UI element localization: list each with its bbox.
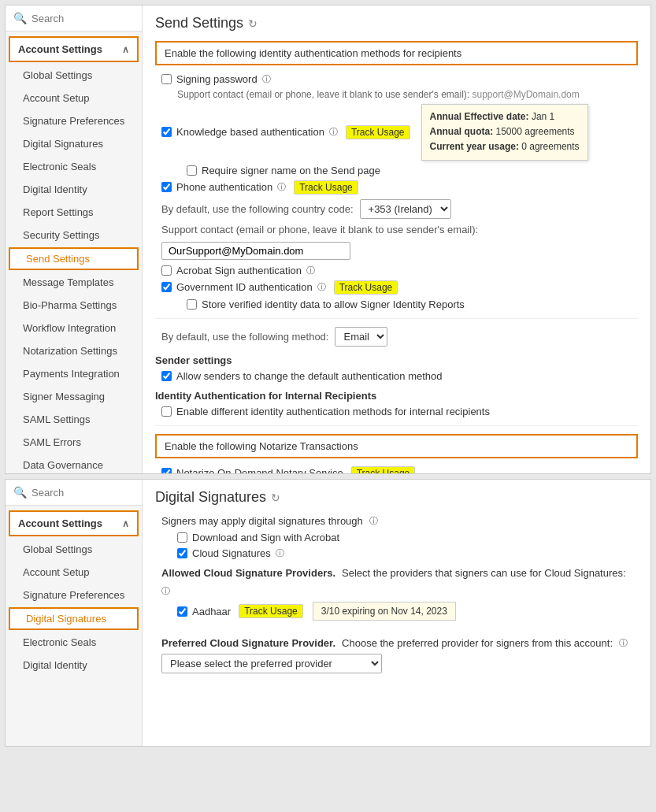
store-verified-identity-row: Store verified identity data to allow Si… [187,298,638,310]
aadhaar-row: Aadhaar Track Usage 3/10 expiring on Nov… [177,602,638,621]
phone-auth-help-icon[interactable]: ⓘ [277,181,286,193]
sidebar-bottom-item-signature-preferences[interactable]: Signature Preferences [6,584,142,606]
allow-senders-checkbox[interactable] [161,371,172,381]
sidebar-item-message-templates[interactable]: Message Templates [6,271,142,294]
enable-internal-auth-checkbox[interactable] [161,406,172,417]
sidebar-item-payments-integration[interactable]: Payments Integration [6,362,142,385]
cloud-signatures-checkbox[interactable] [177,548,187,558]
kba-row: Knowledge based authentication ⓘ Track U… [161,104,638,161]
sidebar-item-send-settings[interactable]: Send Settings [9,247,139,270]
preferred-provider-select[interactable]: Please select the preferred provider [161,654,382,673]
support-contact-row1: Support contact (email or phone, leave i… [177,89,638,100]
sidebar-top: 🔍 Account Settings ∧ Global Settings Acc… [6,6,143,473]
sidebar-item-saml-errors[interactable]: SAML Errors [6,431,142,454]
support-contact-row2: Support contact (email or phone, leave i… [161,224,638,260]
signers-help-icon[interactable]: ⓘ [369,515,378,527]
sidebar-bottom-item-digital-identity[interactable]: Digital Identity [6,654,142,677]
store-verified-identity-checkbox[interactable] [187,299,197,310]
sidebar-item-account-setup[interactable]: Account Setup [6,87,142,109]
refresh-icon[interactable]: ↻ [248,17,258,30]
sidebar-item-workflow-integration[interactable]: Workflow Integration [6,317,142,339]
chevron-up-icon-bottom: ∧ [122,518,129,529]
require-signer-name-checkbox[interactable] [187,165,197,176]
refresh-icon-bottom[interactable]: ↻ [271,491,280,504]
sidebar-item-data-governance[interactable]: Data Governance [6,454,142,476]
require-signer-name-row: Require signer name on the Send page [187,165,638,176]
allowed-providers-row: Allowed Cloud Signature Providers. Selec… [161,567,638,597]
phone-auth-checkbox[interactable] [161,182,172,192]
preferred-provider-row: Preferred Cloud Signature Provider. Choo… [161,637,638,649]
kba-tooltip-popup: Annual Effective date: Jan 1 Annual quot… [421,104,588,161]
phone-track-usage-button[interactable]: Track Usage [294,180,358,195]
sidebar-item-digital-identity[interactable]: Digital Identity [6,178,142,201]
notarize-section-header: Enable the following Notarize Transactio… [155,434,638,458]
aadhaar-checkbox[interactable] [177,606,187,617]
country-code-select[interactable]: +353 (Ireland) [360,199,451,219]
enable-internal-auth-row: Enable different identity authentication… [161,406,638,417]
identity-section-header: Enable the following identity authentica… [155,41,638,65]
account-settings-label-bottom: Account Settings [18,517,102,529]
support-contact-input[interactable] [161,242,350,260]
search-bar-top[interactable]: 🔍 [6,6,142,32]
govt-id-help-icon[interactable]: ⓘ [317,281,326,293]
govt-id-track-usage-button[interactable]: Track Usage [334,280,398,295]
notarize-on-demand-row: Notarize On-Demand Notary Service Track … [161,466,638,473]
cloud-signatures-row: Cloud Signatures ⓘ [177,547,638,559]
govt-id-checkbox[interactable] [161,282,172,292]
acrobat-sign-auth-row: Acrobat Sign authentication ⓘ [161,265,638,276]
preferred-provider-help-icon[interactable]: ⓘ [619,637,628,649]
page-title-send-settings: Send Settings ↻ [155,15,638,32]
phone-auth-row: Phone authentication ⓘ Track Usage [161,180,638,195]
sidebar-item-security-settings[interactable]: Security Settings [6,224,142,247]
signers-may-apply-row: Signers may apply digital signatures thr… [161,515,638,527]
sidebar-item-electronic-seals[interactable]: Electronic Seals [6,155,142,178]
search-input-top[interactable] [32,13,134,24]
sidebar-item-digital-signatures[interactable]: Digital Signatures [6,132,142,155]
sidebar-item-signer-messaging[interactable]: Signer Messaging [6,385,142,408]
notarize-on-demand-track-usage-button[interactable]: Track Usage [351,466,416,473]
internal-recipients-label: Identity Authentication for Internal Rec… [155,390,638,402]
sidebar-item-report-settings[interactable]: Report Settings [6,201,142,224]
signing-password-row: Signing password ⓘ [161,73,638,85]
page-title-digital-signatures: Digital Signatures ↻ [155,489,638,506]
default-method-select[interactable]: Email [335,327,387,347]
sidebar-item-signature-preferences[interactable]: Signature Preferences [6,109,142,132]
kba-help-icon[interactable]: ⓘ [329,126,338,138]
cloud-signatures-help-icon[interactable]: ⓘ [276,547,284,559]
signing-password-help-icon[interactable]: ⓘ [262,73,271,85]
signing-password-checkbox[interactable] [161,74,172,84]
govt-id-row: Government ID authentication ⓘ Track Usa… [161,280,638,295]
aadhaar-tooltip-popup: 3/10 expiring on Nov 14, 2023 [313,602,456,621]
sidebar-item-saml-settings[interactable]: SAML Settings [6,408,142,431]
download-sign-acrobat-row: Download and Sign with Acrobat [177,532,638,543]
account-settings-header-bottom[interactable]: Account Settings ∧ [9,510,139,536]
acrobat-sign-help-icon[interactable]: ⓘ [306,265,315,276]
allow-senders-row: Allow senders to change the default auth… [161,370,638,382]
sidebar-item-bio-pharma[interactable]: Bio-Pharma Settings [6,294,142,317]
sender-settings-label: Sender settings [155,354,638,366]
chevron-up-icon: ∧ [122,44,129,55]
sidebar-item-global-settings[interactable]: Global Settings [6,64,142,87]
sidebar-bottom: 🔍 Account Settings ∧ Global Settings Acc… [6,480,143,746]
main-send-settings: Send Settings ↻ Enable the following ide… [143,6,650,473]
kba-track-usage-button[interactable]: Track Usage [346,125,410,139]
search-icon-bottom: 🔍 [13,486,27,499]
search-icon: 🔍 [13,12,27,24]
sidebar-bottom-item-digital-signatures[interactable]: Digital Signatures [9,607,139,630]
default-method-row: By default, use the following method: Em… [161,327,638,347]
notarize-on-demand-checkbox[interactable] [161,468,172,473]
sidebar-bottom-item-electronic-seals[interactable]: Electronic Seals [6,631,142,654]
account-settings-header[interactable]: Account Settings ∧ [9,36,139,62]
search-input-bottom[interactable] [32,487,134,499]
account-settings-label: Account Settings [18,43,102,55]
country-code-row: By default, use the following country co… [161,199,638,219]
sidebar-bottom-item-global-settings[interactable]: Global Settings [6,538,142,561]
sidebar-item-notarization-settings[interactable]: Notarization Settings [6,339,142,362]
sidebar-bottom-item-account-setup[interactable]: Account Setup [6,561,142,584]
search-bar-bottom[interactable]: 🔍 [6,480,142,506]
aadhaar-track-usage-button[interactable]: Track Usage [239,604,303,618]
allowed-providers-help-icon[interactable]: ⓘ [161,585,170,597]
download-sign-acrobat-checkbox[interactable] [177,532,187,543]
kba-checkbox[interactable] [161,127,172,137]
acrobat-sign-auth-checkbox[interactable] [161,265,172,276]
